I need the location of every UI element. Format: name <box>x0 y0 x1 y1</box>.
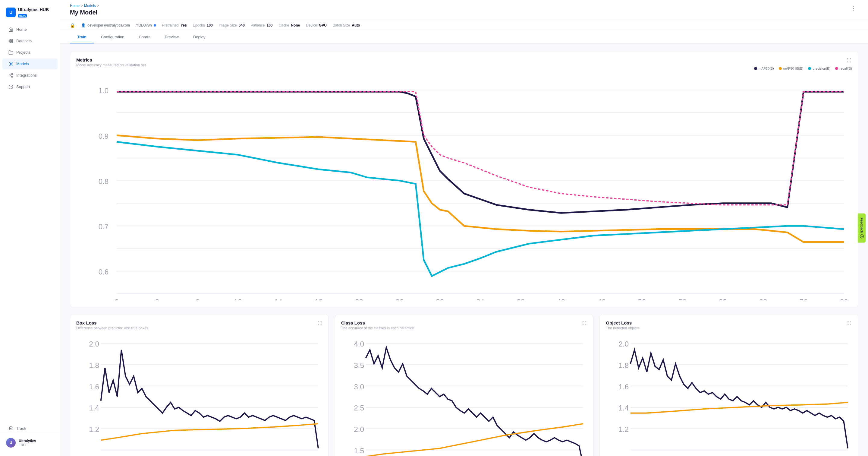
svg-text:2.0: 2.0 <box>89 340 99 348</box>
cache-value: None <box>291 23 300 27</box>
model-info-bar: 🔒 👤 developer@ultralytics.com YOLOv8n Pr… <box>60 20 868 31</box>
image-size-label: Image Size <box>219 23 237 27</box>
svg-text:90: 90 <box>840 298 848 301</box>
model-email: 👤 developer@ultralytics.com <box>81 23 130 27</box>
class-loss-title: Class Loss <box>341 320 414 325</box>
legend-recall: recall(B) <box>835 67 852 70</box>
svg-text:1.8: 1.8 <box>89 361 99 369</box>
sidebar-item-trash-label: Trash <box>16 426 26 431</box>
sidebar-item-home[interactable]: Home <box>2 24 58 35</box>
content-area: Metrics Model accuracy measured on valid… <box>60 44 868 456</box>
legend-label-map50-95: mAP50-95(B) <box>783 67 804 70</box>
svg-text:50: 50 <box>638 298 646 301</box>
legend-label-precision: precision(B) <box>812 67 830 70</box>
tab-preview[interactable]: Preview <box>158 31 186 44</box>
more-options-button[interactable]: ⋮ <box>848 4 858 13</box>
box-loss-card: Box Loss Difference between predicted an… <box>70 314 329 456</box>
projects-icon <box>8 50 13 55</box>
pretrained-value: Yes <box>181 23 187 27</box>
svg-text:6: 6 <box>195 298 199 301</box>
svg-text:3.0: 3.0 <box>354 382 364 391</box>
sidebar-item-projects-label: Projects <box>16 50 30 55</box>
legend-dot-map50-95 <box>779 67 782 70</box>
svg-text:0.6: 0.6 <box>98 268 109 276</box>
sidebar-item-datasets[interactable]: Datasets <box>2 36 58 47</box>
metrics-expand-button[interactable] <box>846 57 852 64</box>
svg-text:1.5: 1.5 <box>354 447 364 455</box>
svg-rect-1 <box>11 39 13 41</box>
breadcrumb-home[interactable]: Home <box>70 4 80 8</box>
svg-text:1.2: 1.2 <box>89 425 99 433</box>
svg-text:26: 26 <box>396 298 404 301</box>
object-loss-card: Object Loss The detected objects <box>599 314 858 456</box>
svg-text:76: 76 <box>800 298 808 301</box>
svg-text:3.5: 3.5 <box>354 361 364 369</box>
batch-size-label: Batch Size <box>333 23 350 27</box>
svg-text:1.2: 1.2 <box>619 425 629 433</box>
status-indicator <box>154 24 156 27</box>
feedback-button[interactable]: Feedback <box>858 213 866 243</box>
app-logo: U Ultralytics HUB BETA <box>0 5 60 24</box>
box-loss-expand-button[interactable] <box>317 320 322 326</box>
sidebar-item-integrations-label: Integrations <box>16 73 37 78</box>
epochs-value: 100 <box>207 23 213 27</box>
legend-map50-95: mAP50-95(B) <box>779 67 804 70</box>
svg-text:56: 56 <box>678 298 687 301</box>
main-content: Home > Models > My Model ⋮ 🔒 👤 developer… <box>60 0 868 456</box>
svg-text:22: 22 <box>355 298 363 301</box>
object-loss-subtitle: The detected objects <box>606 326 639 330</box>
svg-point-4 <box>10 63 11 64</box>
legend-label-map50: mAP50(B) <box>758 67 774 70</box>
image-size-value: 640 <box>239 23 245 27</box>
legend-map50: mAP50(B) <box>754 67 774 70</box>
class-loss-expand-button[interactable] <box>582 320 587 326</box>
sidebar-item-integrations[interactable]: Integrations <box>2 70 58 81</box>
cache-info: Cache None <box>279 23 300 27</box>
svg-text:1.4: 1.4 <box>619 404 629 412</box>
page-title: My Model <box>70 9 99 16</box>
cache-label: Cache <box>279 23 289 27</box>
svg-rect-0 <box>9 39 10 41</box>
object-loss-chart-svg: 2.0 1.8 1.6 1.4 1.2 <box>606 335 852 456</box>
sidebar-item-projects[interactable]: Projects <box>2 47 58 58</box>
svg-text:2.0: 2.0 <box>354 425 364 433</box>
legend-precision: precision(B) <box>808 67 830 70</box>
patience-label: Patience <box>251 23 265 27</box>
hub-label: HUB <box>40 7 49 12</box>
epochs-label: Epochs <box>193 23 205 27</box>
metrics-chart-subtitle: Model accuracy measured on validation se… <box>76 63 146 67</box>
tab-configuration[interactable]: Configuration <box>94 31 131 44</box>
tab-charts[interactable]: Charts <box>131 31 157 44</box>
svg-text:34: 34 <box>476 298 484 301</box>
breadcrumb-models[interactable]: Models <box>84 4 96 8</box>
object-loss-expand-button[interactable] <box>846 320 852 326</box>
legend-dot-recall <box>835 67 838 70</box>
device-value: GPU <box>319 23 327 27</box>
image-size-info: Image Size 640 <box>219 23 245 27</box>
box-loss-title: Box Loss <box>76 320 148 325</box>
svg-text:0.7: 0.7 <box>98 223 109 231</box>
legend-label-recall: recall(B) <box>840 67 852 70</box>
sidebar-item-models[interactable]: Models <box>2 58 58 69</box>
sidebar-item-trash[interactable]: Trash <box>2 423 58 434</box>
epochs-info: Epochs 100 <box>193 23 213 27</box>
sidebar-item-support[interactable]: Support <box>2 81 58 92</box>
user-profile[interactable]: U Ultralytics FREE <box>0 434 60 451</box>
svg-text:4.0: 4.0 <box>354 340 364 348</box>
lock-icon: 🔒 <box>70 23 75 28</box>
metrics-chart-title: Metrics <box>76 57 146 62</box>
patience-info: Patience 100 <box>251 23 273 27</box>
legend-dot-map50 <box>754 67 757 70</box>
svg-text:2.5: 2.5 <box>354 404 364 412</box>
svg-point-7 <box>11 76 13 77</box>
user-name: Ultralytics <box>19 439 36 443</box>
sidebar-item-home-label: Home <box>16 27 27 32</box>
metrics-chart-card: Metrics Model accuracy measured on valid… <box>70 51 858 308</box>
svg-rect-2 <box>9 41 10 43</box>
tab-deploy[interactable]: Deploy <box>186 31 213 44</box>
svg-text:30: 30 <box>436 298 444 301</box>
tab-train[interactable]: Train <box>70 31 94 44</box>
svg-text:2: 2 <box>155 298 159 301</box>
svg-text:62: 62 <box>719 298 727 301</box>
svg-text:1.0: 1.0 <box>98 87 109 95</box>
